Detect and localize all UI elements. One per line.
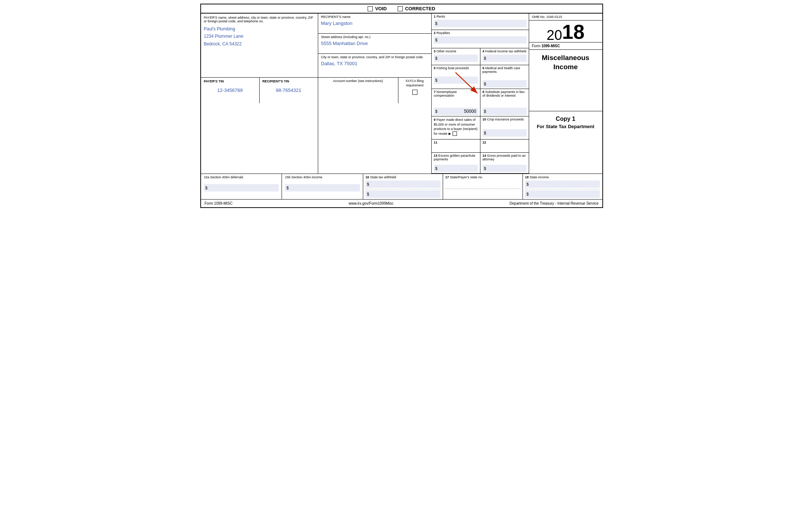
recipient-street-label: Street address (including apt. no.)	[321, 35, 428, 39]
void-checkbox[interactable]	[368, 6, 373, 11]
box-3-4-row: 3 Other income $ 4 Federal income tax wi…	[432, 48, 529, 65]
box6-amount: $	[483, 80, 527, 88]
box7-amount: $ 50000	[434, 108, 478, 115]
box2-dollar: $	[435, 38, 438, 42]
box14-dollar: $	[484, 166, 486, 171]
box8-label: 8 Substitute payments in lieu of dividen…	[483, 90, 527, 97]
box-7-8-row: 7 Nonemployee compensation $ 50000	[432, 89, 529, 116]
copy-section: Copy 1 For State Tax Department	[529, 111, 602, 174]
box15a-amount: $	[204, 184, 279, 191]
box-15b: 15b Section 409A income $	[282, 174, 363, 199]
form-name-block: Form 1099-MISC	[529, 42, 602, 50]
box7-label: 7 Nonemployee compensation	[434, 90, 478, 97]
copy-subtitle: For State Tax Department	[532, 124, 599, 129]
box18-dashed	[525, 189, 600, 189]
box9-checkbox[interactable]	[453, 131, 457, 136]
corrected-label: CORRECTED	[405, 6, 435, 11]
box-9-10-row: 9 Payer made direct sales of $5,000 or m…	[432, 116, 529, 139]
box16-amount2: $	[365, 190, 440, 198]
year-suffix: 18	[562, 22, 584, 42]
box17-dashed	[445, 189, 520, 189]
recipient-city: Dallas, TX 75001	[321, 59, 428, 66]
box6-dollar: $	[484, 82, 486, 86]
payer-tin-value: 12-3456789	[204, 83, 256, 93]
box-5-6-row: 5 Fishing boat proceeds $ 6 Medical and …	[432, 65, 529, 89]
box13-dollar: $	[435, 166, 438, 171]
recipient-street: 5555 Manhattan Drive	[321, 39, 428, 46]
box5-amount: $	[434, 77, 478, 84]
box-13-14-row: 13 Excess golden parachute payments $ 14…	[432, 153, 529, 174]
box13-label: 13 Excess golden parachute payments	[434, 154, 478, 161]
footer-form-label: Form 1099-MISC	[205, 201, 233, 205]
box4-dollar: $	[484, 56, 486, 60]
row-15-18: 15a Section 409A deferrals $ 15b Section…	[201, 174, 602, 200]
box2-amount: $	[434, 36, 527, 44]
tin-row: PAYER'S TIN 12-3456789 RECIPIENT'S TIN 9…	[201, 78, 318, 103]
box6-label: 6 Medical and health care payments	[483, 66, 527, 74]
box1-dollar: $	[435, 21, 438, 26]
box-11: 11	[432, 139, 480, 152]
void-checkbox-item[interactable]: VOID	[368, 6, 387, 11]
fatca-checkbox[interactable]	[412, 90, 417, 95]
box9-text: 9 Payer made direct sales of $5,000 or m…	[434, 118, 478, 136]
footer-dept: Department of the Treasury - Internal Re…	[510, 201, 599, 205]
box10-amount: $	[483, 129, 527, 137]
recipient-street-block: Street address (including apt. no.) 5555…	[318, 34, 431, 54]
box7-value: 50000	[464, 109, 476, 114]
footer-website: www.irs.gov/Form1099Misc	[349, 201, 393, 205]
box16-amount1: $	[365, 181, 440, 188]
box1-amount: $	[434, 20, 527, 27]
recipient-tin-value: 98-7654321	[263, 83, 315, 93]
right-info-section: OMB No. 1545-0115 20 18 Form 1099-MISC M…	[529, 14, 602, 174]
corrected-checkbox-item[interactable]: CORRECTED	[398, 6, 435, 11]
box-5: 5 Fishing boat proceeds $	[432, 65, 480, 89]
box15a-dollar: $	[205, 186, 208, 190]
box16-label: 16 State tax withheld	[365, 175, 440, 179]
payer-info: Paul's Plumbing 1234 Plummer Lane Bedroc…	[204, 25, 315, 48]
recipient-name-label: RECIPIENT'S name	[321, 15, 428, 19]
recipient-tin-block: RECIPIENT'S TIN 98-7654321	[260, 78, 318, 103]
box3-dollar: $	[435, 56, 438, 60]
misc-income-title: Miscellaneous Income	[529, 50, 602, 111]
fatca-label: FATCA filing requirement	[401, 79, 429, 88]
account-label: Account number (see instructions)	[321, 79, 395, 83]
year-prefix: 20	[547, 28, 562, 42]
box13-amount: $	[434, 165, 478, 172]
box14-label: 14 Gross proceeds paid to an attorney	[483, 154, 527, 161]
box7-dollar: $	[435, 109, 438, 114]
payer-tin-block: PAYER'S TIN 12-3456789	[201, 78, 260, 103]
payer-address: 1234 Plummer Lane	[204, 33, 315, 40]
box-11-12-row: 11 12	[432, 139, 529, 153]
box-2: 2 Royalties $	[432, 30, 529, 48]
box4-amount: $	[483, 55, 527, 62]
box18-label: 18 State income	[525, 175, 600, 179]
recipient-city-block: City or town, state or province, country…	[318, 54, 431, 78]
account-block: Account number (see instructions)	[318, 78, 398, 103]
payer-city: Bedrock, CA 54322	[204, 40, 315, 48]
box15b-dollar: $	[286, 186, 289, 190]
box1-label: 1 Rents	[434, 15, 527, 18]
recipient-city-label: City or town, state or province, country…	[321, 55, 428, 59]
corrected-checkbox[interactable]	[398, 6, 403, 11]
box10-label: 10 Crop insurance proceeds	[483, 118, 527, 121]
box-14: 14 Gross proceeds paid to an attorney $	[480, 153, 529, 173]
omb-block: OMB No. 1545-0115	[529, 14, 602, 21]
form-label: Form	[532, 44, 540, 48]
box-3: 3 Other income $	[432, 48, 480, 65]
payer-tin-label: PAYER'S TIN	[204, 79, 256, 83]
box-1: 1 Rents $	[432, 14, 529, 30]
payer-field-label: PAYER'S name, street address, city or to…	[204, 16, 315, 23]
box8-dollar: $	[484, 109, 486, 114]
box-16: 16 State tax withheld $ $	[363, 174, 443, 199]
omb-number: OMB No. 1545-0115	[532, 15, 562, 19]
box5-dollar: $	[435, 78, 438, 82]
payer-name: Paul's Plumbing	[204, 25, 315, 33]
box18-amount2: $	[525, 190, 600, 198]
box3-amount: $	[434, 55, 478, 62]
void-label: VOID	[375, 6, 387, 11]
fatca-block: FATCA filing requirement	[398, 78, 431, 103]
box15b-label: 15b Section 409A income	[285, 175, 360, 179]
box15b-amount: $	[285, 184, 360, 191]
box10-dollar: $	[484, 131, 486, 135]
box-9: 9 Payer made direct sales of $5,000 or m…	[432, 116, 480, 139]
